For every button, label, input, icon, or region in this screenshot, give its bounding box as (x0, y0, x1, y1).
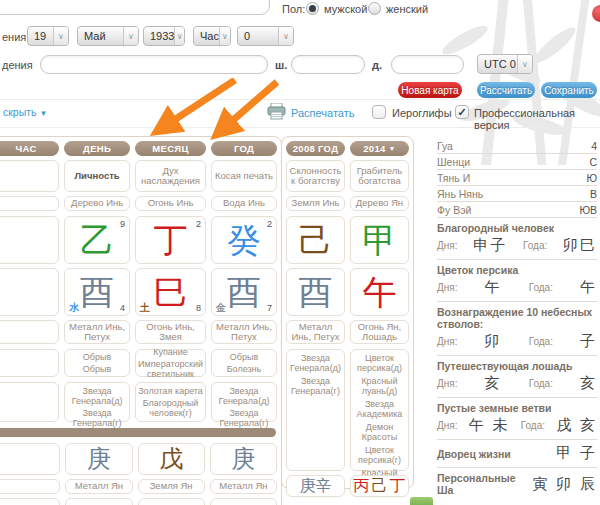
sidebar-row-fuwei: Фу ВэйЮВ (437, 202, 597, 218)
name-input[interactable] (0, 0, 270, 15)
sidebar-personal-sha: Персональные Ша 寅 卯 辰 (437, 468, 597, 500)
gender-female-radio[interactable] (368, 2, 381, 15)
hieroglyphs-checkbox[interactable] (372, 105, 386, 119)
triangle-down-icon: ▼ (39, 109, 47, 118)
year-hidden-stem-hanzi: 庚 (231, 447, 255, 471)
new-chart-button[interactable]: Новая карта (398, 82, 462, 98)
sidebar-row-shenqi: ШенциС (437, 154, 597, 170)
hidden-column-day: 庚 Металл Ян Правильная власть (65, 443, 132, 505)
luck-years-panel: 2008 ГОД Склонность к богатству Земля Ин… (281, 136, 414, 489)
hide-link[interactable]: скрыть ▼ (3, 106, 47, 118)
longitude-label: д. (372, 59, 382, 71)
chevron-down-icon: ∨ (278, 27, 293, 45)
year-animal-cell: Металл Инь, Петух (211, 320, 277, 344)
day-stem-cell[interactable]: 乙 9 (64, 216, 130, 264)
year-branch-hanzi: 酉 (227, 275, 261, 309)
hour-hidden-element-cell (0, 479, 60, 494)
summary-sidebar: Гуа4 ШенциС Тянь ИЮ Янь НяньВ Фу ВэйЮВ Б… (437, 138, 597, 500)
gender-female-label[interactable]: женский (386, 3, 428, 15)
luck-column-2008: 2008 ГОД Склонность к богатству Земля Ин… (286, 141, 345, 497)
month-stars-cell: Золотая каретаБлагородный человек(г) (135, 382, 206, 422)
pro-version-checkbox[interactable]: ✓ (455, 105, 469, 119)
month-stage-cell: КупаниеИмператорский светильник (135, 349, 206, 377)
chevron-down-icon: ∨ (219, 27, 230, 45)
month-branch-cell[interactable]: 巳 土 8 (135, 268, 206, 316)
month-stem-hanzi: 丁 (154, 223, 188, 257)
month-hidden-stem-hanzi: 戊 (159, 447, 183, 471)
pillar-header-hour[interactable]: ЧАС (0, 141, 59, 156)
y2014-animal-cell: Огонь Ян, Лошадь (350, 320, 409, 344)
gender-male-label[interactable]: мужской (324, 3, 367, 15)
hour-role-cell (0, 160, 59, 192)
hour-animal-cell (0, 320, 59, 344)
chevron-down-icon: ∨ (123, 27, 138, 45)
year-select[interactable]: 1933∨ (143, 26, 185, 46)
y2008-stem-cell[interactable]: 己 (286, 216, 345, 264)
hidden-column-hour (0, 443, 60, 505)
year-stem-cell[interactable]: 癸 2 (211, 216, 277, 264)
latitude-input[interactable] (291, 55, 365, 74)
save-button[interactable]: Сохранить (541, 82, 597, 98)
y2008-branch-hanzi: 酉 (299, 275, 333, 309)
pillar-column-month: МЕСЯЦ Дух наслаждения Огонь Инь 丁 2 巳 土 … (135, 141, 206, 422)
birthplace-label-truncated: дения (2, 59, 33, 71)
orange-arrows-annotation (140, 78, 290, 142)
year-branch-cell[interactable]: 酉 金 7 (211, 268, 277, 316)
month-select[interactable]: Май∨ (77, 26, 139, 46)
sidebar-section-peach-blossom: Цветок персика Дня:午 Года:午 (437, 260, 597, 302)
sidebar-life-palace: Дворец жизни 甲 子 (437, 440, 597, 468)
longitude-input[interactable] (391, 55, 464, 74)
month-hidden-element-cell: Земля Ян (138, 479, 205, 494)
hidden-stems-divider (0, 428, 276, 437)
pillar-header-day[interactable]: ДЕНЬ (64, 141, 130, 156)
sidebar-row-tianyi: Тянь ИЮ (437, 170, 597, 186)
print-link[interactable]: Распечатать (291, 107, 354, 119)
year-hidden-god-cell: Правильная власть (210, 498, 277, 505)
check-icon: ✓ (457, 106, 466, 119)
birthplace-input[interactable] (40, 55, 268, 74)
luck-header-2014[interactable]: 2014 ▼ (350, 141, 409, 156)
luck-header-2008[interactable]: 2008 ГОД (286, 141, 345, 156)
hieroglyphs-label[interactable]: Иероглифы (392, 107, 452, 119)
partial-green-button[interactable] (410, 497, 433, 505)
y2008-element-cell: Земля Инь (286, 196, 345, 211)
gender-male-radio[interactable] (306, 2, 319, 15)
pillar-column-day: ДЕНЬ Личность Дерево Инь 乙 9 酉 水 4 Метал… (64, 141, 130, 422)
day-element-cell: Дерево Инь (64, 196, 130, 211)
y2014-stem-hanzi: 甲 (363, 223, 397, 257)
natal-chart-panel: ЧАС ДЕНЬ Личность Дерево Инь 乙 9 酉 (0, 136, 282, 505)
day-branch-cell[interactable]: 酉 水 4 (64, 268, 130, 316)
y2008-branch-cell[interactable]: 酉 (286, 268, 345, 316)
month-element-cell: Огонь Инь (135, 196, 206, 211)
y2014-stem-cell[interactable]: 甲 (350, 216, 409, 264)
hour-value-select[interactable]: 0∨ (237, 26, 294, 46)
day-role-cell: Личность (64, 160, 130, 192)
day-branch-hanzi: 酉 (80, 275, 114, 309)
utc-select[interactable]: UTC 0∨ (477, 54, 533, 74)
y2008-stars-cell: Звезда Генерала(д)Звезда Генерала(г) (286, 349, 345, 471)
year-stage-cell: ОбрывБолезнь (211, 349, 277, 377)
y2008-role-cell: Склонность к богатству (286, 160, 345, 192)
pillar-header-year[interactable]: ГОД (211, 141, 277, 156)
hour-stars-cell (0, 382, 59, 422)
sidebar-section-heavenly-reward: Вознаграждение 10 небесных стволов: Дня:… (437, 302, 597, 356)
y2008-hidden-stems-cell: 庚辛 (286, 475, 345, 497)
year-hidden-element-cell: Металл Ян (210, 479, 277, 494)
pillar-header-month[interactable]: МЕСЯЦ (135, 141, 206, 156)
birthdate-label-truncated: ения (2, 31, 26, 43)
year-element-cell: Вода Инь (211, 196, 277, 211)
day-select[interactable]: 19∨ (27, 26, 69, 46)
hour-mode-select[interactable]: Час∨ (193, 26, 231, 46)
month-branch-hanzi: 巳 (154, 275, 188, 309)
y2014-branch-cell[interactable]: 午 (350, 268, 409, 316)
sidebar-section-empty-branches: Пустые земные ветви Дня:午 未 Года:戌 亥 (437, 398, 597, 440)
day-stars-cell: Звезда Генерала(д)Звезда Генерала(г) (64, 382, 130, 422)
chevron-down-icon: ∨ (517, 55, 532, 73)
month-stem-cell[interactable]: 丁 2 (135, 216, 206, 264)
calculate-button[interactable]: Рассчитать (477, 82, 535, 98)
day-hidden-god-cell: Правильная власть (65, 498, 132, 505)
pro-version-label[interactable]: Профессиональная версия (474, 107, 600, 131)
year-role-cell: Косая печать (211, 160, 277, 192)
year-branch-element-marker: 金 (216, 303, 226, 314)
year-hidden-stem-cell: 庚 (210, 443, 277, 475)
